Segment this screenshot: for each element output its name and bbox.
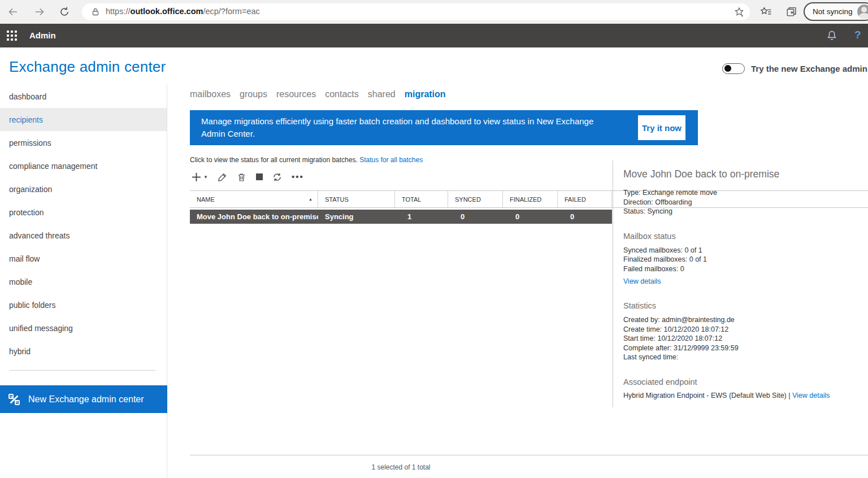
try-it-now-button[interactable]: Try it now <box>638 115 685 140</box>
browser-back-icon[interactable] <box>7 6 19 18</box>
sidebar-item-hybrid[interactable]: hybrid <box>0 340 167 363</box>
address-bar[interactable]: https://outlook.office.com/ecp/?form=eac <box>82 3 750 20</box>
new-eac-button-label: New Exchange admin center <box>28 394 144 405</box>
detail-status: Status: Syncing <box>623 207 862 216</box>
browser-toolbar: https://outlook.office.com/ecp/?form=eac… <box>0 0 868 24</box>
sidebar-item-mobile[interactable]: mobile <box>0 270 167 293</box>
mailbox-status-view-details-link[interactable]: View details <box>623 277 661 285</box>
cell-finalized: 0 <box>503 210 558 224</box>
tab-groups[interactable]: groups <box>240 89 267 99</box>
url-path: /ecp/?form=eac <box>203 7 259 16</box>
cell-total: 1 <box>395 210 448 224</box>
more-options-button[interactable]: ••• <box>292 174 304 180</box>
details-title: Move John Doe back to on-premise <box>623 168 862 180</box>
tab-mailboxes[interactable]: mailboxes <box>190 89 231 99</box>
suite-app-title[interactable]: Admin <box>29 31 56 40</box>
cell-status: Syncing <box>318 210 395 224</box>
associated-endpoint-heading: Associated endpoint <box>623 377 862 386</box>
sidebar-item-public-folders[interactable]: public folders <box>0 293 167 316</box>
sidebar-divider <box>9 370 155 371</box>
list-toolbar: ▼ ••• <box>191 171 304 183</box>
tab-resources[interactable]: resources <box>276 89 316 99</box>
sort-ascending-icon: ▲ <box>309 197 313 201</box>
tab-shared[interactable]: shared <box>368 89 396 99</box>
notifications-bell-icon[interactable] <box>826 30 837 41</box>
sidebar-item-recipients[interactable]: recipients <box>0 108 167 131</box>
sidebar-item-organization[interactable]: organization <box>0 177 167 201</box>
batch-status-line: Click to view the status for all current… <box>190 156 423 164</box>
detail-type: Type: Exchange remote move <box>623 188 862 198</box>
batch-details-pane: Move John Doe back to on-premise Type: E… <box>613 160 867 407</box>
help-icon[interactable]: ? <box>854 29 861 41</box>
refresh-button[interactable] <box>272 172 282 182</box>
complete-after: Complete after: 31/12/9999 23:59:59 <box>623 344 862 353</box>
column-header-name[interactable]: NAME ▲ <box>190 191 318 207</box>
mailbox-status-heading: Mailbox status <box>623 232 862 241</box>
list-bottom-divider <box>190 455 868 455</box>
url-prefix: https:// <box>106 7 131 16</box>
new-exchange-admin-center-button[interactable]: New Exchange admin center <box>0 385 167 413</box>
sidebar-item-compliance-management[interactable]: compliance management <box>0 154 167 177</box>
recipients-tabs: mailboxes groups resources contacts shar… <box>190 89 446 99</box>
synced-mailboxes: Synced mailboxes: 0 of 1 <box>623 246 862 255</box>
tab-contacts[interactable]: contacts <box>325 89 359 99</box>
column-header-status[interactable]: STATUS <box>318 191 395 207</box>
column-header-total[interactable]: TOTAL <box>395 191 448 207</box>
browser-refresh-icon[interactable] <box>59 6 70 18</box>
exchange-admin-center-screen: https://outlook.office.com/ecp/?form=eac… <box>0 0 868 478</box>
endpoint-text: Hybrid Migration Endpoint - EWS (Default… <box>623 392 788 399</box>
cell-name: Move John Doe back to on-premise <box>190 210 318 224</box>
statistics-heading: Statistics <box>623 301 862 310</box>
table-row-selected[interactable]: Move John Doe back to on-premise Syncing… <box>190 210 612 224</box>
finalized-mailboxes: Finalized mailboxes: 0 of 1 <box>623 255 862 264</box>
sidebar-item-advanced-threats[interactable]: advanced threats <box>0 224 167 247</box>
endpoint-view-details-link[interactable]: View details <box>792 392 830 399</box>
lock-icon <box>91 7 100 16</box>
left-nav: dashboard recipients permissions complia… <box>0 85 167 478</box>
endpoint-line: Hybrid Migration Endpoint - EWS (Default… <box>623 392 862 399</box>
column-header-synced[interactable]: SYNCED <box>448 191 503 207</box>
create-time: Create time: 10/12/2020 18:07:12 <box>623 325 862 334</box>
collections-icon[interactable] <box>785 6 797 18</box>
sidebar-item-permissions[interactable]: permissions <box>0 131 167 154</box>
app-launcher-icon[interactable] <box>6 29 18 42</box>
page-title: Exchange admin center <box>9 58 166 76</box>
browser-profile-button[interactable]: Not syncing <box>804 2 868 21</box>
cell-failed: 0 <box>558 210 612 224</box>
endpoint-separator: | <box>788 392 792 399</box>
cell-synced: 0 <box>448 210 503 224</box>
browser-forward-icon[interactable] <box>34 6 45 18</box>
created-by: Created by: admin@braintesting.de <box>623 315 862 325</box>
profile-avatar <box>857 5 868 19</box>
new-batch-dropdown-icon[interactable]: ▼ <box>203 175 208 180</box>
url-text: https://outlook.office.com/ecp/?form=eac <box>106 7 260 16</box>
banner-message: Manage migrations efficiently using fast… <box>201 115 617 140</box>
office-suite-bar: Admin ? <box>0 24 868 47</box>
detail-direction: Direction: Offboarding <box>623 198 862 207</box>
stop-button[interactable] <box>256 173 263 180</box>
sidebar-item-dashboard[interactable]: dashboard <box>0 85 167 108</box>
column-header-finalized[interactable]: FINALIZED <box>503 191 558 207</box>
failed-mailboxes: Failed mailboxes: 0 <box>623 264 862 274</box>
last-synced-time: Last synced time: <box>623 353 862 362</box>
exchange-logo-icon <box>8 393 20 406</box>
sync-status-label: Not syncing <box>813 7 853 16</box>
url-host: outlook.office.com <box>131 7 203 16</box>
new-batch-button[interactable]: ▼ <box>191 172 208 182</box>
sidebar-item-mail-flow[interactable]: mail flow <box>0 247 167 270</box>
sidebar-item-unified-messaging[interactable]: unified messaging <box>0 316 167 340</box>
batch-status-text: Click to view the status for all current… <box>190 156 358 164</box>
tab-migration[interactable]: migration <box>405 89 446 99</box>
edit-button[interactable] <box>218 172 227 182</box>
status-for-all-batches-link[interactable]: Status for all batches <box>359 156 423 164</box>
favorite-star-icon[interactable] <box>734 7 744 17</box>
selection-count: 1 selected of 1 total <box>190 463 612 471</box>
column-header-failed[interactable]: FAILED <box>558 191 612 207</box>
delete-button[interactable] <box>237 172 246 182</box>
start-time: Start time: 10/12/2020 18:07:12 <box>623 334 862 344</box>
favorites-bar-icon[interactable] <box>760 6 772 18</box>
sidebar-item-protection[interactable]: protection <box>0 201 167 224</box>
new-eac-promo-banner: Manage migrations efficiently using fast… <box>190 110 698 145</box>
